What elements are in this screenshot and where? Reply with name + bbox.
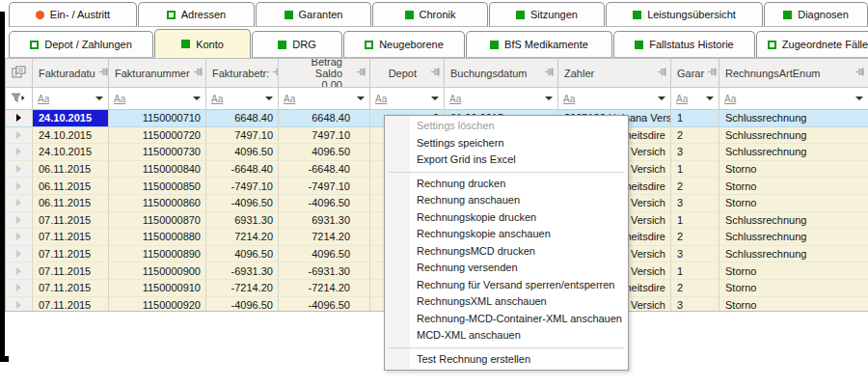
cell-date[interactable]: 24.10.2015	[33, 110, 109, 127]
filter-dropdown-icon[interactable]	[357, 97, 365, 100]
filter-dropdown-icon[interactable]	[95, 97, 103, 100]
tab-konto[interactable]: Konto	[154, 29, 251, 58]
filter-cell-saldo[interactable]: Aa	[279, 88, 370, 109]
cell-date[interactable]: 07.11.2015	[33, 246, 109, 263]
column-pin-icon[interactable]	[272, 67, 279, 79]
filter-cell-buchung[interactable]: Aa	[445, 88, 558, 109]
cell-art[interactable]: Storno	[719, 195, 868, 212]
cell-saldo[interactable]: 7214.20	[279, 229, 370, 246]
cell-saldo[interactable]: -6648.40	[279, 161, 370, 179]
filter-cell-nr[interactable]: Aa	[109, 88, 206, 109]
cell-nr[interactable]: 1150000730	[109, 144, 206, 161]
cell-nr[interactable]: 1150000920	[109, 297, 206, 312]
cell-nr[interactable]: 1150000710	[109, 110, 206, 127]
row-header[interactable]	[6, 178, 33, 195]
filter-dropdown-icon[interactable]	[706, 97, 714, 100]
row-header[interactable]	[6, 280, 33, 297]
cell-art[interactable]: Storno	[719, 178, 868, 195]
filter-cell-date[interactable]: Aa	[33, 88, 109, 109]
column-header-zahler[interactable]: Zahler	[558, 59, 671, 87]
cell-garant[interactable]: 2	[671, 127, 719, 145]
filter-cell-zahler[interactable]: Aa	[558, 88, 671, 109]
menu-item-rechnungskopie-anschauen[interactable]: Rechnungskopie anschauen	[385, 226, 628, 243]
tab-bfs-medikamente[interactable]: BfS Medikamente	[466, 31, 612, 58]
column-header-garant[interactable]: Garar	[671, 59, 719, 87]
filter-dropdown-icon[interactable]	[855, 97, 863, 100]
row-header[interactable]	[6, 297, 33, 312]
cell-nr[interactable]: 1150000900	[109, 263, 206, 280]
column-header-depot[interactable]: Depot	[370, 59, 445, 87]
cell-betrag[interactable]: -4096.50	[206, 195, 279, 212]
filter-cell-betrag[interactable]: Aa	[206, 88, 279, 109]
cell-betrag[interactable]: 7214.20	[206, 229, 279, 246]
filter-dropdown-icon[interactable]	[431, 97, 439, 100]
tab-chronik[interactable]: Chronik	[372, 2, 488, 27]
cell-saldo[interactable]: -4096.50	[279, 297, 370, 312]
cell-garant[interactable]: 1	[671, 110, 719, 127]
cell-garant[interactable]: 2	[671, 178, 719, 195]
cell-saldo[interactable]: -6931.30	[279, 263, 370, 280]
cell-nr[interactable]: 1150000880	[109, 229, 206, 246]
filter-dropdown-icon[interactable]	[658, 97, 665, 100]
column-pin-icon[interactable]	[356, 67, 366, 79]
tab-leistungsübersicht[interactable]: Leistungsübersicht	[606, 2, 763, 27]
column-header-betrag[interactable]: Fakturabetr:	[206, 59, 279, 87]
cell-betrag[interactable]: 6648.40	[206, 110, 279, 127]
tab-drg[interactable]: DRG	[252, 31, 342, 58]
menu-item-test-rechnung-erstellen[interactable]: Test Rechnung erstellen	[385, 351, 628, 369]
column-pin-icon[interactable]	[430, 67, 441, 79]
cell-art[interactable]: Schlussrechnung	[719, 229, 868, 246]
row-header[interactable]	[6, 161, 33, 179]
cell-garant[interactable]: 3	[671, 246, 719, 263]
row-header[interactable]	[6, 144, 33, 161]
row-header[interactable]	[6, 110, 33, 127]
cell-garant[interactable]: 3	[671, 144, 719, 161]
filter-cell-art[interactable]: Aa	[719, 88, 868, 109]
filter-cell-garant[interactable]: Aa	[671, 88, 719, 109]
tab-fallstatus-historie[interactable]: Fallstatus Historie	[613, 31, 755, 58]
cell-date[interactable]: 07.11.2015	[33, 297, 109, 312]
tab-neugeborene[interactable]: Neugeborene	[343, 31, 465, 58]
filter-dropdown-icon[interactable]	[193, 97, 201, 100]
tab-adressen[interactable]: Adressen	[138, 2, 255, 27]
menu-item-rechnung-mcd-container-xml-anschauen[interactable]: Rechnung-MCD-Container-XML anschauen	[385, 311, 628, 328]
cell-garant[interactable]: 3	[671, 297, 719, 312]
cell-betrag[interactable]: -4096.50	[206, 297, 279, 312]
menu-item-rechnung-für-versand-sperren-entsperren[interactable]: Rechnung für Versand sperren/entsperren	[385, 277, 628, 294]
cell-date[interactable]: 07.11.2015	[33, 280, 109, 297]
cell-date[interactable]: 06.11.2015	[33, 161, 109, 179]
cell-date[interactable]: 07.11.2015	[33, 263, 109, 280]
filter-row-button[interactable]	[6, 88, 33, 109]
cell-saldo[interactable]: 6931.30	[279, 212, 370, 230]
cell-art[interactable]: Storno	[719, 263, 868, 280]
cell-nr[interactable]: 1150000840	[109, 161, 206, 179]
cell-nr[interactable]: 1150000720	[109, 127, 206, 145]
tab-diagnosen[interactable]: Diagnosen	[764, 2, 868, 27]
cell-nr[interactable]: 1150000870	[109, 212, 206, 230]
row-header[interactable]	[6, 263, 33, 280]
cell-betrag[interactable]: -6931.30	[206, 263, 279, 280]
tab-ein-austritt[interactable]: Ein- / Austritt	[9, 2, 137, 27]
cell-garant[interactable]: 2	[671, 229, 719, 246]
cell-garant[interactable]: 1	[671, 263, 719, 280]
column-header-art[interactable]: RechnungsArtEnum	[719, 59, 868, 87]
tab-zugeordnete-fälle[interactable]: Zugeordnete Fälle	[756, 31, 868, 58]
cell-art[interactable]: Storno	[719, 297, 868, 312]
column-header-date[interactable]: Fakturadatu	[33, 59, 109, 87]
menu-item-rechnung-versenden[interactable]: Rechnung versenden	[385, 260, 628, 277]
cell-garant[interactable]: 2	[671, 280, 719, 297]
cell-saldo[interactable]: 4096.50	[279, 246, 370, 263]
column-pin-icon[interactable]	[854, 67, 865, 79]
cell-saldo[interactable]: 6648.40	[279, 110, 370, 127]
cell-saldo[interactable]: -7214.20	[279, 280, 370, 297]
menu-item-rechnungskopie-drucken[interactable]: Rechnungskopie drucken	[385, 209, 628, 227]
cell-date[interactable]: 07.11.2015	[33, 229, 109, 246]
cell-date[interactable]: 07.11.2015	[33, 212, 109, 230]
menu-item-settings-speichern[interactable]: Settings speichern	[385, 135, 628, 152]
cell-garant[interactable]: 1	[671, 212, 719, 230]
column-header-nr[interactable]: Fakturanummer	[109, 59, 206, 87]
column-pin-icon[interactable]	[544, 67, 555, 79]
menu-item-export-grid-ins-excel[interactable]: Export Grid ins Excel	[385, 152, 628, 169]
cell-garant[interactable]: 1	[671, 161, 719, 179]
column-header-saldo[interactable]: Betrag Saldo 0.00	[279, 59, 370, 87]
